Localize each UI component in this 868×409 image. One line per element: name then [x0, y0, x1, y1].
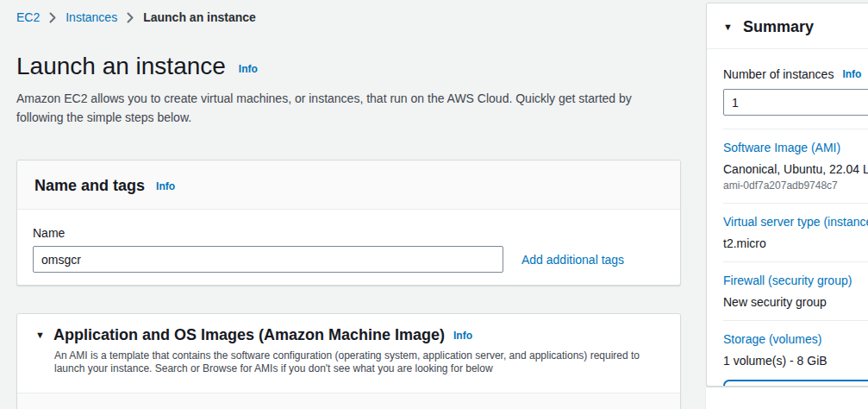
ami-description-line1: An AMI is a template that contains the s…: [54, 349, 665, 362]
instance-name-input[interactable]: [33, 246, 503, 273]
storage-link[interactable]: Storage (volumes): [723, 332, 821, 346]
chevron-right-icon: [127, 12, 134, 23]
summary-section-firewall: Firewall (security group) New security g…: [723, 262, 868, 321]
summary-section-instance-type: Virtual server type (instance type) t2.m…: [723, 204, 868, 262]
ami-section-info-link[interactable]: Info: [453, 330, 472, 342]
number-of-instances-block: Number of instances Info: [723, 49, 868, 129]
breadcrumb-ec2-link[interactable]: EC2: [16, 10, 40, 24]
caret-down-icon: ▼: [723, 22, 733, 32]
storage-value: 1 volume(s) - 8 GiB: [723, 354, 868, 368]
name-and-tags-body: Name Add additional tags: [17, 210, 680, 289]
summary-footer-button[interactable]: [723, 380, 868, 387]
summary-header[interactable]: ▼ Summary: [707, 3, 868, 49]
instance-type-value: t2.micro: [723, 236, 868, 250]
number-of-instances-input[interactable]: [723, 89, 868, 116]
summary-section-storage: Storage (volumes) 1 volume(s) - 8 GiB: [723, 321, 868, 379]
summary-footer-area: [705, 387, 868, 409]
summary-panel: ▼ Summary Number of instances Info Softw…: [706, 3, 868, 387]
number-of-instances-info-link[interactable]: Info: [842, 68, 861, 80]
number-of-instances-label: Number of instances: [723, 67, 834, 81]
ami-description-line2: launch your instance. Search or Browse f…: [54, 362, 665, 375]
summary-title: Summary: [743, 18, 814, 36]
page-description: Amazon EC2 allows you to create virtual …: [16, 89, 632, 127]
breadcrumb-current: Launch an instance: [143, 10, 256, 24]
page-description-line1: Amazon EC2 allows you to create virtual …: [16, 89, 632, 108]
name-field-label: Name: [33, 226, 665, 240]
ami-section-body: [17, 393, 680, 409]
software-image-value: Canonical, Ubuntu, 22.04 L: [723, 162, 868, 176]
ami-section-title: Application and OS Images (Amazon Machin…: [53, 326, 445, 344]
caret-down-icon: ▼: [35, 330, 45, 340]
summary-body: Number of instances Info Software Image …: [707, 49, 868, 379]
firewall-value: New security group: [723, 295, 868, 309]
name-and-tags-card: Name and tags Info Name Add additional t…: [16, 160, 681, 286]
chevron-right-icon: [49, 12, 56, 23]
summary-section-ami: Software Image (AMI) Canonical, Ubuntu, …: [723, 129, 868, 204]
page-title: Launch an instance: [16, 52, 226, 81]
page-title-info-link[interactable]: Info: [239, 63, 258, 75]
ami-section-description: An AMI is a template that contains the s…: [54, 349, 665, 375]
ami-id-text: ami-0df7a207adb9748c7: [723, 179, 868, 192]
launch-instance-page: EC2 Instances Launch an instance Launch …: [0, 0, 868, 409]
page-header: Launch an instance Info: [16, 52, 258, 81]
page-description-line2: following the simple steps below.: [16, 108, 632, 127]
virtual-server-type-link[interactable]: Virtual server type (instance type): [723, 215, 868, 229]
add-additional-tags-link[interactable]: Add additional tags: [521, 253, 624, 267]
ami-section-header[interactable]: ▼ Application and OS Images (Amazon Mach…: [17, 314, 680, 393]
name-and-tags-header: Name and tags Info: [17, 160, 680, 210]
name-and-tags-info-link[interactable]: Info: [156, 180, 175, 192]
firewall-link[interactable]: Firewall (security group): [723, 274, 852, 287]
breadcrumb-instances-link[interactable]: Instances: [66, 10, 117, 24]
name-and-tags-title: Name and tags: [34, 177, 145, 195]
software-image-link[interactable]: Software Image (AMI): [723, 141, 840, 154]
ami-section-card: ▼ Application and OS Images (Amazon Mach…: [16, 313, 681, 409]
breadcrumb: EC2 Instances Launch an instance: [16, 10, 256, 24]
